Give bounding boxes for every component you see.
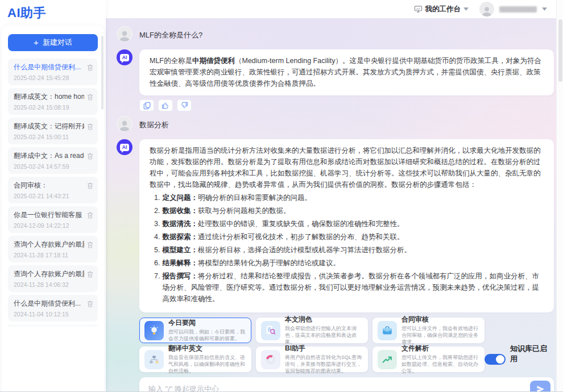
sidebar-divider (8, 326, 98, 326)
plus-icon: + (34, 37, 39, 47)
thumbs-down-icon (180, 102, 188, 109)
feature-card-contract[interactable]: 合同审核您可以上传文件，我会有效地进行合同审核，确保合同满足您的业务需求。 (372, 318, 485, 343)
conversation-item[interactable]: 翻译成英文：记得刚开始... 2025-02-24 15:00:11 (8, 118, 98, 144)
monitor-icon (414, 5, 423, 13)
user-message-text: MLF的全称是什么? (139, 26, 202, 40)
workspace-label: 我的工作台 (425, 5, 461, 14)
user-message-avatar (117, 26, 133, 42)
lightbulb-icon (144, 321, 164, 340)
feature-card-fileparse[interactable]: 文件解析您可以上传文件，我将帮助您进行如数据处理、信息检索、自动化办公等。 (372, 347, 485, 372)
composer-placeholder: 输入 "/" 唤起提示中心 (148, 384, 219, 391)
list-item: 6.结果解释：将模型的结果转化为易于理解的结论或建议。 (154, 257, 544, 269)
knowledge-toggle-label: 知识库已启用 (510, 344, 554, 364)
ai-message-card: 数据分析是指用适当的统计分析方法对收集来的大量数据进行分析，将它们加以汇总和理解… (139, 139, 554, 312)
conversation-item[interactable]: 查询个人存款账户的最新... 2024-11-28 14:06:32 (8, 265, 98, 292)
trend-arrow-icon (378, 350, 397, 369)
knowledge-toggle-zone: 知识库已启用 (485, 318, 554, 372)
app-logo: AI助手 (0, 0, 106, 24)
conversation-item[interactable]: 什么是中期借贷便利... 2025-02-24 15:45:28 (8, 59, 98, 85)
username-redacted (499, 6, 537, 12)
user-message-row: 数据分析 (117, 116, 554, 132)
user-message-row: MLF的全称是什么? (117, 26, 554, 42)
list-item: 5.模型建立：根据分析目标，选择合适的统计模型或机器学习算法进行数据分析。 (154, 244, 544, 256)
conversation-item[interactable]: 翻译成英文：home home 2025-02-24 15:08:19 (8, 88, 98, 115)
trash-icon[interactable] (86, 211, 94, 219)
chevron-down-icon[interactable] (542, 7, 547, 11)
thumbs-up-icon (162, 102, 169, 109)
app-window: AI助手 + 新建对话 什么是中期借贷便利... 2025-02-24 15:4… (0, 0, 563, 391)
copy-button[interactable] (139, 99, 154, 111)
sidebar-panel: + 新建对话 什么是中期借贷便利... 2025-02-24 15:45:28 … (2, 26, 104, 391)
main-area: 我的工作台 MLF的全称是什么? AI (106, 0, 563, 391)
list-item: 7.报告撰写：将分析过程、结果和结论整理成报告，供决策者参考。数据分析在各个领域… (154, 270, 544, 305)
conversation-item[interactable]: 合同审核： 2025-02-21 14:43:21 (8, 177, 98, 203)
chevron-down-icon (463, 7, 469, 11)
ai-avatar: AI (117, 139, 133, 155)
doc-search-icon (261, 321, 280, 340)
message-actions (139, 99, 554, 111)
copy-icon (143, 102, 151, 110)
knowledge-toggle[interactable] (485, 354, 506, 365)
list-item: 1.定义问题：明确分析的目标和需要解决的问题。 (154, 192, 544, 203)
workspace-menu[interactable]: 我的工作台 (414, 5, 469, 14)
briefcase-icon (378, 321, 397, 340)
trash-icon[interactable] (86, 93, 94, 101)
conversation-item[interactable]: 什么是中期借贷便利... 2024-11-04 10:12:15 (8, 295, 98, 322)
list-item: 3.数据清洗：处理数据中的错误、重复或缺失值，确保数据的准确性和完整性。 (154, 218, 544, 230)
thumbs-down-button[interactable] (177, 99, 192, 111)
trash-icon[interactable] (86, 152, 94, 160)
ai-avatar: AI (117, 49, 133, 65)
composer[interactable]: 输入 "/" 唤起提示中心 (139, 377, 554, 391)
conversation-list: 什么是中期借贷便利... 2025-02-24 15:45:28 翻译成英文：h… (8, 59, 98, 322)
trash-icon[interactable] (86, 64, 94, 72)
thumbs-up-button[interactable] (158, 99, 173, 111)
conversation-item[interactable]: 你是一位银行智能客服，... 2024-12-09 14:22:12 (8, 206, 98, 233)
trash-icon[interactable] (86, 182, 94, 190)
feature-grid-zone: 今日要闻您可以问我，例如：今日要闻，我会尽力提供准确和可靠的答案。 本文润色我会… (139, 318, 554, 372)
page-scrollbar[interactable] (556, 0, 563, 391)
page-scrollbar-thumb[interactable] (558, 19, 562, 82)
trash-icon[interactable] (86, 270, 94, 278)
conversation-item[interactable]: 翻译成中文：As a reader... 2025-02-24 14:57:59 (8, 147, 98, 174)
ai-message-text: MLF的全称是 (150, 57, 192, 65)
feature-card-news[interactable]: 今日要闻您可以问我，例如：今日要闻，我会尽力提供准确和可靠的答案。 (139, 318, 251, 343)
conversation-item[interactable]: 查询个人存款账户的最新... 2024-11-28 17:18:11 (8, 236, 98, 262)
ai-message-card: MLF的全称是中期借贷便利（Medium-term Lending Facili… (139, 49, 554, 95)
donut-chart-icon (261, 350, 280, 369)
feature-card-polish[interactable]: 本文润色我会帮助您进行您输入的文本润色，提高文本的流畅度和表达效果。 (256, 318, 368, 343)
trash-icon[interactable] (86, 300, 94, 308)
ai-avatar-label: AI (120, 54, 129, 61)
feature-card-translate[interactable]: 翻译中英文我会旨在保留原始信息的含义、语气和风格，以确保翻译的准确性和自然流畅。 (139, 347, 251, 372)
sidebar-scrollbar[interactable] (101, 36, 104, 110)
ai-message-bold: 中期借贷便利 (192, 57, 235, 65)
flowchart-icon (144, 350, 164, 369)
analysis-steps-list: 1.定义问题：明确分析的目标和需要解决的问题。 2.数据收集：获取与分析问题相关… (150, 192, 544, 305)
trash-icon[interactable] (86, 241, 94, 249)
ai-message-intro: 数据分析是指用适当的统计分析方法对收集来的大量数据进行分析，将它们加以汇总和理解… (150, 145, 544, 190)
new-chat-button[interactable]: + 新建对话 (8, 34, 98, 51)
chat-area: MLF的全称是什么? AI MLF的全称是中期借贷便利（Medium-term … (106, 18, 563, 391)
feature-card-bi[interactable]: BI助手将用户的自然语言转化为SQL查询语句，并直接与数据库进行交互，返回智能推… (256, 347, 368, 372)
user-message-text: 数据分析 (139, 116, 169, 130)
user-message-avatar (117, 116, 133, 132)
trash-icon[interactable] (86, 123, 94, 131)
user-avatar[interactable] (479, 2, 494, 16)
ai-avatar-label: AI (120, 144, 129, 151)
ai-message-row: AI 数据分析是指用适当的统计分析方法对收集来的大量数据进行分析，将它们加以汇总… (117, 139, 554, 312)
list-item: 2.数据收集：获取与分析问题相关的数据。 (154, 205, 544, 216)
new-chat-label: 新建对话 (43, 37, 72, 48)
topbar: 我的工作台 (106, 0, 563, 18)
list-item: 4.数据探索：通过统计分析和可视化技术，初步了解数据的分布、趋势和关联。 (154, 231, 544, 243)
sidebar: AI助手 + 新建对话 什么是中期借贷便利... 2025-02-24 15:4… (0, 0, 106, 391)
feature-grid: 今日要闻您可以问我，例如：今日要闻，我会尽力提供准确和可靠的答案。 本文润色我会… (139, 318, 485, 372)
ai-message-row: AI MLF的全称是中期借贷便利（Medium-term Lending Fac… (117, 49, 554, 95)
paper-plane-icon (536, 385, 545, 391)
send-button[interactable] (530, 381, 550, 391)
